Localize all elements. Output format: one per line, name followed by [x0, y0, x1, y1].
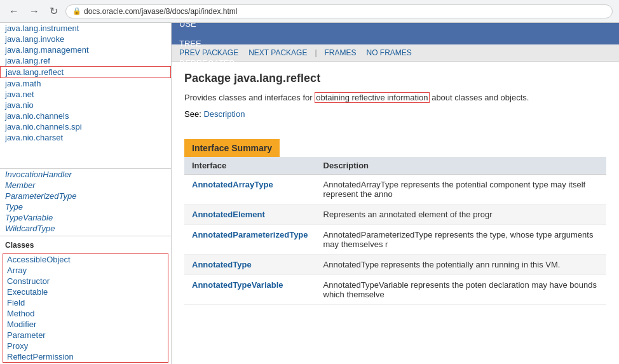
interface-desc-cell: AnnotatedTypeVariable represents the pot…	[316, 274, 606, 304]
sidebar-classes: AccessibleObjectArrayConstructorExecutab…	[3, 254, 168, 362]
main-layout: java.lang.instrumentjava.lang.invokejava…	[0, 23, 619, 364]
sidebar-class-executable[interactable]: Executable	[3, 286, 168, 297]
interface-name-cell[interactable]: AnnotatedTypeVariable	[184, 274, 316, 304]
sidebar-item-java-math[interactable]: java.math	[0, 78, 171, 89]
interface-summary-section: Interface Summary Interface Description …	[184, 129, 606, 305]
col-description: Description	[316, 157, 606, 175]
sidebar-upper: java.lang.instrumentjava.lang.invokejava…	[0, 23, 171, 169]
next-package-link[interactable]: NEXT PACKAGE	[246, 47, 310, 58]
content-area: OVERVIEWPACKAGECLASSUSETREEDEPRECATEDIND…	[172, 23, 619, 364]
sidebar-class-accessibleobject[interactable]: AccessibleObject	[3, 254, 168, 265]
sidebar-class-field[interactable]: Field	[3, 297, 168, 308]
interface-desc-cell: AnnotatedParameterizedType represents th…	[316, 224, 606, 254]
frames-link[interactable]: FRAMES	[322, 47, 359, 58]
interface-desc-cell: AnnotatedType represents the potentially…	[316, 254, 606, 274]
interface-name-cell[interactable]: AnnotatedArrayType	[184, 174, 316, 204]
classes-box: AccessibleObjectArrayConstructorExecutab…	[3, 253, 168, 363]
sidebar-item-java-net[interactable]: java.net	[0, 89, 171, 100]
col-interface: Interface	[184, 157, 316, 175]
sidebar-interfaces: InvocationHandlerMemberParameterizedType…	[0, 169, 171, 234]
interface-name-cell[interactable]: AnnotatedElement	[184, 204, 316, 224]
interface-name-cell[interactable]: AnnotatedParameterizedType	[184, 224, 316, 254]
interface-summary-header: Interface Summary	[184, 139, 280, 157]
no-frames-link[interactable]: NO FRAMES	[364, 47, 414, 58]
desc-highlight: obtaining reflective information	[315, 92, 429, 103]
desc-before: Provides classes and interfaces for	[184, 93, 315, 102]
sidebar-lower: InvocationHandlerMemberParameterizedType…	[0, 169, 171, 364]
sidebar-item-java-lang-invoke[interactable]: java.lang.invoke	[0, 34, 171, 44]
table-row: AnnotatedElementRepresents an annotated …	[184, 204, 606, 224]
sidebar-interface-invocationhandler[interactable]: InvocationHandler	[0, 169, 171, 180]
table-row: AnnotatedTypeVariableAnnotatedTypeVariab…	[184, 274, 606, 304]
sidebar-interface-member[interactable]: Member	[0, 180, 171, 191]
forward-button[interactable]: →	[27, 4, 42, 18]
sidebar-item-java-nio[interactable]: java.nio	[0, 100, 171, 111]
sidebar-item-java-lang-instrument[interactable]: java.lang.instrument	[0, 23, 171, 34]
sidebar-interface-typevariable[interactable]: TypeVariable	[0, 212, 171, 223]
content-body: Package java.lang.reflect Provides class…	[172, 62, 619, 315]
sidebar-interface-parameterizedtype[interactable]: ParameterizedType	[0, 191, 171, 201]
sidebar-class-proxy[interactable]: Proxy	[3, 340, 168, 351]
top-nav-item-use[interactable]: USE	[172, 23, 243, 34]
desc-after: about classes and objects.	[430, 93, 529, 102]
sidebar-item-java-lang-management[interactable]: java.lang.management	[0, 44, 171, 55]
reload-button[interactable]: ↻	[47, 4, 60, 18]
back-button[interactable]: ←	[6, 4, 22, 18]
interface-name-cell[interactable]: AnnotatedType	[184, 254, 316, 274]
page-description: Provides classes and interfaces for obta…	[184, 91, 606, 104]
sidebar-upper-items: java.lang.instrumentjava.lang.invokejava…	[0, 23, 171, 143]
sidebar-class-reflectpermission[interactable]: ReflectPermission	[3, 351, 168, 362]
sidebar-interface-wildcardtype[interactable]: WildcardType	[0, 223, 171, 234]
sidebar-class-array[interactable]: Array	[3, 265, 168, 276]
sidebar-item-java-lang-ref[interactable]: java.lang.ref	[0, 55, 171, 66]
sidebar-class-modifier[interactable]: Modifier	[3, 319, 168, 330]
page-title: Package java.lang.reflect	[184, 72, 606, 85]
interface-summary-table: Interface Description AnnotatedArrayType…	[184, 157, 606, 305]
interface-desc-cell: Represents an annotated element of the p…	[316, 204, 606, 224]
table-row: AnnotatedTypeAnnotatedType represents th…	[184, 254, 606, 274]
sidebar-interface-type[interactable]: Type	[0, 201, 171, 212]
see-label: See:	[184, 109, 201, 119]
sidebar-item-java-nio-channels[interactable]: java.nio.channels	[0, 111, 171, 121]
browser-bar: ← → ↻ 🔒 docs.oracle.com/javase/8/docs/ap…	[0, 0, 619, 23]
see-description-link[interactable]: Description	[203, 109, 245, 119]
sidebar: java.lang.instrumentjava.lang.invokejava…	[0, 23, 172, 364]
sidebar-classes-label: Classes	[0, 238, 171, 252]
see-section: See: Description	[184, 109, 606, 119]
sidebar-class-parameter[interactable]: Parameter	[3, 330, 168, 340]
address-bar[interactable]: 🔒 docs.oracle.com/javase/8/docs/api/inde…	[65, 4, 613, 18]
sidebar-item-java-nio-charset[interactable]: java.nio.charset	[0, 132, 171, 143]
sidebar-divider	[0, 236, 171, 236]
sidebar-item-java-nio-channels-spi[interactable]: java.nio.channels.spi	[0, 121, 171, 132]
interface-desc-cell: AnnotatedArrayType represents the potent…	[316, 174, 606, 204]
url-text: docs.oracle.com/javase/8/docs/api/index.…	[84, 7, 237, 16]
top-nav: OVERVIEWPACKAGECLASSUSETREEDEPRECATEDIND…	[172, 23, 619, 44]
table-row: AnnotatedParameterizedTypeAnnotatedParam…	[184, 224, 606, 254]
sidebar-class-constructor[interactable]: Constructor	[3, 276, 168, 286]
lock-icon: 🔒	[72, 7, 81, 15]
table-row: AnnotatedArrayTypeAnnotatedArrayType rep…	[184, 174, 606, 204]
prev-package-link[interactable]: PREV PACKAGE	[177, 47, 241, 58]
sidebar-item-java-lang-reflect[interactable]: java.lang.reflect	[0, 66, 171, 78]
sub-nav-sep: |	[315, 48, 316, 57]
sidebar-class-method[interactable]: Method	[3, 308, 168, 319]
